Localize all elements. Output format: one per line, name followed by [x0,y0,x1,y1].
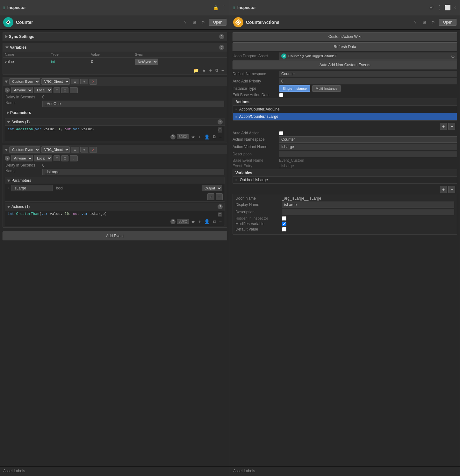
add-var-btn[interactable]: + [208,67,213,73]
question-icon[interactable]: ? [182,19,189,25]
actions2-star[interactable]: ★ [190,219,196,224]
hidden-label: Hidden in inspector [235,216,280,221]
actions1-help[interactable]: ? [218,119,223,124]
param-add-btn[interactable]: + [207,193,214,200]
event2-down-btn[interactable]: ▼ [80,147,88,153]
event2-close-btn[interactable]: ✕ [90,147,97,153]
event2-more-btn[interactable]: ⋮ [70,155,78,161]
variables-header[interactable]: Variables ? [3,43,227,52]
event2-help[interactable]: ? [5,156,10,161]
event1-code-btn[interactable]: ⊡ [61,87,68,93]
action2-expand-btn[interactable]: ⊡ [218,212,222,217]
lock-icon-left[interactable]: 🔒 [213,5,219,10]
description-input[interactable] [279,151,457,157]
event2-comment-btn[interactable]: // [54,155,60,161]
multi-instance-btn[interactable]: Multi-Instance [312,85,341,92]
actions2-help[interactable]: ? [218,204,223,209]
actions1-copy[interactable]: ⧉ [212,134,217,140]
single-instance-btn[interactable]: Single-Instance [279,85,310,92]
add-event-button[interactable]: Add Event [3,231,227,240]
actions2-add[interactable]: + [198,219,202,224]
open-button-left[interactable]: Open [209,19,226,26]
target-icon[interactable]: ⊙ [451,53,455,59]
display-name-input[interactable] [282,202,454,208]
event1-down-btn[interactable]: ▼ [80,79,88,84]
event2-network-dropdown[interactable]: VRC_Direct [41,146,70,153]
hidden-checkbox[interactable] [282,216,286,221]
event2-name-input[interactable] [42,169,224,175]
event1-local-dropdown[interactable]: Local [34,87,52,93]
menu-icon-right[interactable]: ⋮ [436,4,442,11]
open-button-right[interactable]: Open [439,19,456,26]
auto-add-events-button[interactable]: Auto Add Non-Custom Events [233,60,457,69]
actions2-remove[interactable]: − [218,219,223,224]
default-namespace-input[interactable] [279,71,457,77]
copy-var-btn[interactable]: ⧉ [214,67,219,73]
actions1-person[interactable]: 👤 [203,134,211,140]
param-drag[interactable]: ≡ [8,187,10,190]
var-description-input[interactable] [282,209,454,215]
refresh-button[interactable]: Refresh Data [233,42,457,51]
layout-icon[interactable]: ⊞ [191,19,198,25]
auto-add-action-checkbox[interactable] [279,131,283,135]
actions1-add[interactable]: + [198,134,202,140]
edit-base-checkbox[interactable] [279,93,283,97]
param-remove-btn[interactable]: − [216,193,223,200]
gear-icon-right[interactable]: ⚙ [430,19,436,25]
auto-add-priority-input[interactable] [279,78,457,84]
lock-icon-right[interactable]: 🗗 [429,5,434,10]
vars-help-icon[interactable]: ? [219,45,224,50]
maximize-icon[interactable]: ⬜ [444,4,451,11]
event2-up-btn[interactable]: ▲ [71,147,79,153]
action-addone-item[interactable]: ≡ Action/Counter/AddOne [233,106,457,113]
layout-icon-right[interactable]: ⊞ [421,19,428,25]
menu-icon-left[interactable]: ⋮ [221,4,226,11]
var-out-bool[interactable]: ≡ Out bool isLarge [233,177,457,183]
default-value-checkbox[interactable] [282,227,286,231]
modifies-checkbox[interactable] [282,222,286,226]
event1-network-dropdown[interactable]: VRC_Direct [41,78,70,85]
vars-remove-btn[interactable]: − [448,186,455,193]
event1-name-input[interactable] [42,101,224,107]
event1-help[interactable]: ? [5,88,10,93]
vars-add-btn[interactable]: + [440,186,447,193]
event1-params-header[interactable]: Parameters [4,109,226,117]
actions1-collapse [7,121,10,123]
event2-local-dropdown[interactable]: Local [34,155,52,161]
question-icon-right[interactable]: ? [412,19,419,25]
actions-remove-btn[interactable]: − [448,123,455,130]
event1-comment-btn[interactable]: // [54,87,60,93]
actions1-star[interactable]: ★ [190,134,196,140]
event1-close-btn[interactable]: ✕ [90,79,97,85]
event1-target-dropdown[interactable]: Anyone [11,87,33,93]
action1-expand-btn[interactable]: ⊡ [218,127,222,132]
action-variant-name-input[interactable] [279,144,457,150]
action-namespace-input[interactable] [279,136,457,143]
event1-type-dropdown[interactable]: Custom Even [9,78,40,85]
actions-add-btn[interactable]: + [440,123,447,130]
counteractions-avatar [233,17,243,27]
var-sync[interactable]: NotSync [133,58,227,66]
star-icon[interactable]: ★ [201,67,207,73]
actions1-remove[interactable]: − [218,134,223,140]
param-name-input[interactable] [11,185,53,191]
action-islarge-item[interactable]: ≡ Action/Counter/IsLarge [233,113,457,120]
event2-target-dropdown[interactable]: Anyone [11,155,33,161]
folder-icon[interactable]: 📁 [192,67,200,73]
remove-var-btn[interactable]: − [220,67,225,73]
event2-type-dropdown[interactable]: Custom Even [9,146,40,153]
event1-up-btn[interactable]: ▲ [71,79,79,84]
actions1-help2[interactable]: ? [170,134,176,139]
event1-more-btn[interactable]: ⋮ [70,87,78,93]
wiki-button[interactable]: Custom Action Wiki [233,32,457,41]
param-mode-dropdown[interactable]: Output [202,185,222,191]
event2-code-btn[interactable]: ⊡ [61,155,68,161]
sync-settings-header[interactable]: Sync Settings ? [3,32,227,41]
actions2-copy[interactable]: ⧉ [212,218,217,224]
close-icon-right[interactable]: ✕ [453,5,456,10]
gear-icon-left[interactable]: ⚙ [200,19,206,25]
sync-help-icon[interactable]: ? [219,34,224,39]
actions2-help2[interactable]: ? [170,219,176,224]
actions1-label: Actions (1) [11,120,30,124]
actions2-person[interactable]: 👤 [203,219,211,224]
